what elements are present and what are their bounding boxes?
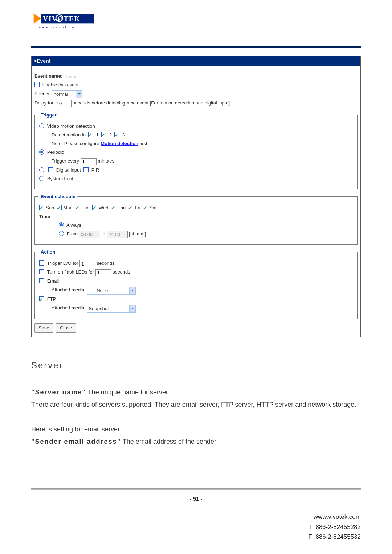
- day-thu-checkbox[interactable]: [111, 205, 116, 210]
- close-button[interactable]: Close: [56, 323, 76, 333]
- day-wed-checkbox[interactable]: [92, 205, 97, 210]
- enable-label: Enable this event: [42, 82, 79, 87]
- to-time-input[interactable]: [107, 231, 128, 238]
- ftp-media-select[interactable]: Snapshot: [87, 305, 136, 313]
- event-config-screenshot: >Event Event name: Enable this event Pri…: [31, 56, 361, 337]
- document-body: Server "Server name" The unique name for…: [31, 357, 361, 448]
- time-label: Time: [39, 213, 353, 221]
- motion2-checkbox[interactable]: [101, 132, 106, 137]
- day-mon-label: Mon: [63, 205, 72, 210]
- motion1-checkbox[interactable]: [88, 132, 93, 137]
- digital-radio[interactable]: [39, 167, 44, 172]
- sender-email-desc: The email address of the sender: [121, 438, 216, 445]
- day-sat-checkbox[interactable]: [143, 205, 148, 210]
- svg-text:www.vivotek.com: www.vivotek.com: [39, 26, 78, 29]
- from-radio[interactable]: [59, 231, 64, 236]
- footer-url: www.vivotek.com: [31, 512, 361, 522]
- trigger-every-pre: Trigger every: [52, 158, 79, 164]
- event-name-label: Event name:: [34, 73, 62, 79]
- ftp-checkbox[interactable]: [39, 296, 44, 301]
- day-tue-checkbox[interactable]: [75, 205, 80, 210]
- day-thu-label: Thu: [118, 205, 126, 210]
- trigger-do-checkbox[interactable]: [39, 260, 44, 266]
- section-heading: Server: [31, 357, 361, 374]
- enable-checkbox[interactable]: [34, 82, 40, 87]
- system-boot-radio[interactable]: [39, 176, 44, 181]
- trigger-group: Trigger Video motion detection Detect mo…: [34, 115, 358, 189]
- always-radio[interactable]: [59, 222, 64, 227]
- svg-point-3: [58, 19, 60, 20]
- motion-detection-link[interactable]: Motion detection: [101, 141, 138, 146]
- pir-checkbox[interactable]: [83, 167, 89, 172]
- panel-title: >Event: [32, 56, 360, 66]
- trigger-every-post: minutes: [98, 158, 114, 164]
- digital-input-label: Digital input: [56, 167, 81, 173]
- detect-in-label: Detect motion in: [52, 132, 86, 138]
- led-seconds-input[interactable]: [95, 269, 111, 276]
- action-title: Action: [38, 248, 57, 256]
- day-fri-checkbox[interactable]: [128, 205, 133, 210]
- from-label: From: [67, 231, 78, 237]
- email-intro: Here is setting for email server.: [31, 423, 361, 435]
- video-motion-label: Video motion detection: [47, 123, 95, 129]
- chevron-down-icon: [129, 305, 135, 312]
- day-fri-label: Fri: [135, 205, 140, 210]
- do-seconds-input[interactable]: [79, 260, 95, 267]
- day-tue-label: Tue: [82, 205, 90, 210]
- motion3-checkbox[interactable]: [114, 132, 119, 137]
- to-label: to: [101, 231, 105, 237]
- email-media-select[interactable]: -----None-----: [87, 287, 136, 295]
- footer-fax: F: 886-2-82455532: [31, 532, 361, 542]
- ftp-attached-label: Attached media:: [52, 305, 86, 311]
- note-post: first: [138, 141, 147, 146]
- header-rule-thin: [31, 49, 361, 49]
- day-mon-checkbox[interactable]: [57, 205, 62, 210]
- email-media-value: -----None-----: [89, 288, 116, 293]
- server-name-desc: The unique name for server: [86, 389, 168, 396]
- vivotek-logo: VIVOTEK www.vivotek.com: [31, 11, 361, 36]
- footer-tel: T: 886-2-82455282: [31, 522, 361, 532]
- periodic-radio[interactable]: [39, 149, 44, 155]
- day-sun-label: Sun: [46, 205, 54, 210]
- always-label: Always: [66, 222, 81, 228]
- action-group: Action Trigger D/O for seconds Turn on f…: [34, 252, 358, 319]
- page-number: - 51 -: [31, 496, 361, 502]
- server-name-term: "Server name": [31, 389, 86, 396]
- delay-pre: Delay for: [34, 100, 53, 106]
- trigger-title: Trigger: [38, 111, 59, 119]
- priority-value: normal: [54, 91, 68, 97]
- email-checkbox[interactable]: [39, 278, 44, 283]
- priority-select[interactable]: normal: [52, 90, 82, 98]
- day-sun-checkbox[interactable]: [39, 205, 44, 210]
- day-sat-label: Sat: [150, 205, 157, 210]
- video-motion-radio[interactable]: [39, 123, 44, 128]
- note-pre: Note: Please configure: [52, 141, 101, 146]
- priority-label: Priority:: [34, 91, 50, 96]
- motion1-label: 1: [96, 132, 99, 138]
- ftp-label: FTP: [47, 296, 56, 302]
- email-attached-label: Attached media:: [52, 287, 86, 292]
- digital-input-checkbox[interactable]: [48, 167, 53, 172]
- event-name-input[interactable]: [64, 73, 162, 80]
- chevron-down-icon: [76, 91, 82, 98]
- save-button[interactable]: Save: [34, 323, 53, 333]
- trigger-every-input[interactable]: [81, 158, 97, 165]
- delay-input[interactable]: [55, 100, 72, 107]
- led-post-label: seconds: [113, 269, 130, 275]
- system-boot-label: System boot: [47, 176, 73, 181]
- day-wed-label: Wed: [99, 205, 109, 210]
- motion3-label: 3: [122, 132, 125, 138]
- flash-led-checkbox[interactable]: [39, 269, 44, 274]
- delay-post: seconds before detecting next event [For…: [73, 100, 230, 106]
- hhmm-hint: [hh:mm]: [129, 231, 146, 237]
- schedule-title: Event schedule: [38, 193, 77, 201]
- pir-label: PIR: [91, 167, 99, 173]
- email-label: Email: [47, 278, 59, 284]
- header-rule-thick: [31, 46, 361, 48]
- sender-email-term: "Sender email address": [31, 438, 121, 445]
- page-footer: - 51 - www.vivotek.com T: 886-2-82455282…: [31, 488, 361, 542]
- from-time-input[interactable]: [79, 231, 100, 238]
- do-pre-label: Trigger D/O for: [47, 260, 78, 266]
- do-post-label: seconds: [97, 260, 114, 266]
- motion2-label: 2: [109, 132, 112, 138]
